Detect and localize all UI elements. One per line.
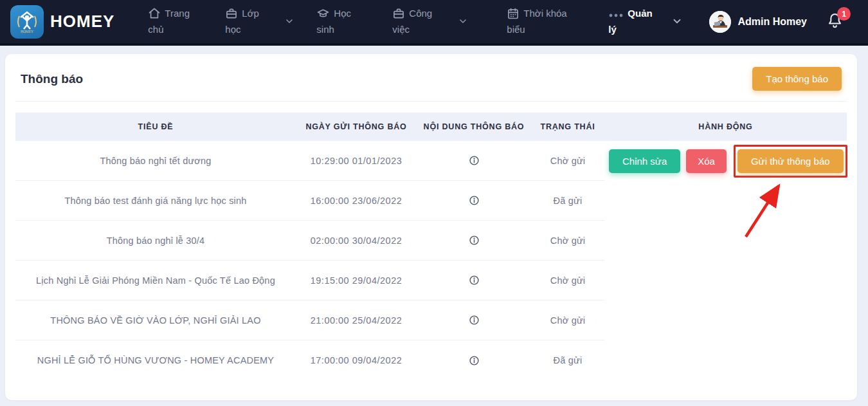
cell-status: Chờ gửi: [531, 261, 604, 300]
test-send-button[interactable]: Gửi thử thông báo: [737, 149, 844, 173]
cell-sent-date: 16:00:00 23/06/2022: [296, 181, 417, 221]
bell-icon: [826, 20, 844, 31]
notifications-table: TIÊU ĐỀ NGÀY GỬI THÔNG BÁO NỘI DUNG THÔN…: [15, 113, 847, 380]
cell-status: Đã gửi: [531, 181, 604, 221]
cell-actions: Chỉnh sửa Xóa Gửi thử thông báo: [604, 141, 847, 181]
graduation-cap-icon: [316, 7, 330, 23]
user-area: Admin Homey 1: [709, 11, 858, 33]
cell-actions: [604, 261, 847, 300]
cell-sent-date: 19:15:00 29/04/2022: [296, 261, 417, 300]
brand-title: HOMEY: [50, 12, 114, 32]
homey-logo-emblem: HOMEY: [13, 8, 41, 36]
info-icon[interactable]: [469, 195, 480, 206]
chevron-down-icon[interactable]: [671, 15, 683, 30]
cell-title: Lịch Nghỉ Lễ Giải Phóng Miền Nam - Quốc …: [15, 261, 296, 300]
cell-actions: [604, 300, 847, 340]
top-navbar: HOMEY HOMEY Trang chủ Lớp học Học sinh C…: [0, 0, 868, 46]
cell-sent-date: 02:00:00 30/04/2022: [296, 221, 417, 261]
table-row: NGHỈ LỄ GIỖ TỔ HÙNG VƯƠNG - HOMEY ACADEM…: [15, 340, 847, 380]
cell-actions: [604, 340, 847, 380]
cell-status: Chờ gửi: [531, 221, 604, 261]
info-icon[interactable]: [469, 355, 480, 366]
nav-item-students[interactable]: Học sinh: [316, 7, 359, 37]
main-nav: Trang chủ Lớp học Học sinh Công việc Thờ…: [148, 7, 683, 37]
home-icon: [148, 7, 161, 23]
edit-button[interactable]: Chỉnh sửa: [609, 149, 680, 173]
svg-text:HOMEY: HOMEY: [21, 30, 33, 33]
cell-sent-date: 10:29:00 01/01/2023: [296, 141, 417, 181]
notifications-panel: Thông báo Tạo thông báo TIÊU ĐỀ NGÀY GỬI…: [5, 54, 857, 400]
cell-title: THÔNG BÁO VỀ GIỜ VÀO LỚP, NGHỈ GIẢI LAO: [15, 300, 296, 340]
more-dots-icon: [608, 10, 624, 23]
panel-header: Thông báo Tạo thông báo: [15, 67, 847, 91]
cell-title: NGHỈ LỄ GIỖ TỔ HÙNG VƯƠNG - HOMEY ACADEM…: [15, 340, 296, 380]
table-row: Thông báo test đánh giá năng lực học sin…: [15, 181, 847, 221]
notification-badge: 1: [837, 7, 851, 21]
cell-status: Chờ gửi: [531, 141, 604, 181]
delete-button[interactable]: Xóa: [686, 149, 727, 173]
calendar-icon: [507, 7, 520, 23]
table-header-row: TIÊU ĐỀ NGÀY GỬI THÔNG BÁO NỘI DUNG THÔN…: [15, 113, 847, 141]
col-header-title: TIÊU ĐỀ: [15, 122, 296, 131]
cell-actions: [604, 181, 847, 221]
create-notification-button[interactable]: Tạo thông báo: [752, 67, 842, 91]
nav-item-home[interactable]: Trang chủ: [148, 7, 194, 37]
nav-item-classes[interactable]: Lớp học: [225, 7, 266, 37]
briefcase-icon: [225, 7, 238, 23]
briefcase-icon: [392, 7, 405, 23]
col-header-status: TRẠNG THÁI: [531, 122, 604, 131]
nav-item-tasks[interactable]: Công việc: [392, 7, 439, 37]
homey-logo[interactable]: HOMEY: [10, 5, 44, 39]
col-header-actions: HÀNH ĐỘNG: [604, 122, 847, 131]
cell-actions: [604, 221, 847, 261]
cell-status: Đã gửi: [531, 340, 604, 380]
notifications-button[interactable]: 1: [826, 12, 844, 32]
info-icon[interactable]: [469, 155, 480, 166]
chevron-down-icon[interactable]: [284, 16, 294, 29]
table-row: Lịch Nghỉ Lễ Giải Phóng Miền Nam - Quốc …: [15, 261, 847, 300]
col-header-sent-date: NGÀY GỬI THÔNG BÁO: [296, 122, 417, 131]
cell-title: Thông báo nghỉ lễ 30/4: [15, 221, 296, 261]
cell-sent-date: 17:00:00 09/04/2022: [296, 340, 417, 380]
table-row: Thông báo nghỉ tết dương 10:29:00 01/01/…: [15, 141, 847, 181]
cell-title: Thông báo nghỉ tết dương: [15, 141, 296, 181]
nav-item-timetable[interactable]: Thời khóa biểu: [507, 7, 576, 37]
table-row: Thông báo nghỉ lễ 30/4 02:00:00 30/04/20…: [15, 221, 847, 261]
cell-title: Thông báo test đánh giá năng lực học sin…: [15, 181, 296, 221]
info-icon[interactable]: [469, 275, 480, 286]
annotation-highlight-box: Gửi thử thông báo: [734, 145, 847, 178]
avatar[interactable]: [709, 11, 731, 33]
table-row: THÔNG BÁO VỀ GIỜ VÀO LỚP, NGHỈ GIẢI LAO …: [15, 300, 847, 340]
col-header-content: NỘI DUNG THÔNG BÁO: [417, 122, 531, 131]
chevron-down-icon[interactable]: [458, 16, 468, 29]
nav-item-management[interactable]: Quản lý: [608, 7, 662, 37]
cell-status: Chờ gửi: [531, 300, 604, 340]
info-icon[interactable]: [469, 235, 480, 246]
cell-sent-date: 21:00:00 25/04/2022: [296, 300, 417, 340]
user-name[interactable]: Admin Homey: [737, 16, 807, 28]
info-icon[interactable]: [469, 315, 480, 326]
header-divider: [15, 101, 847, 102]
page-title: Thông báo: [21, 72, 83, 86]
